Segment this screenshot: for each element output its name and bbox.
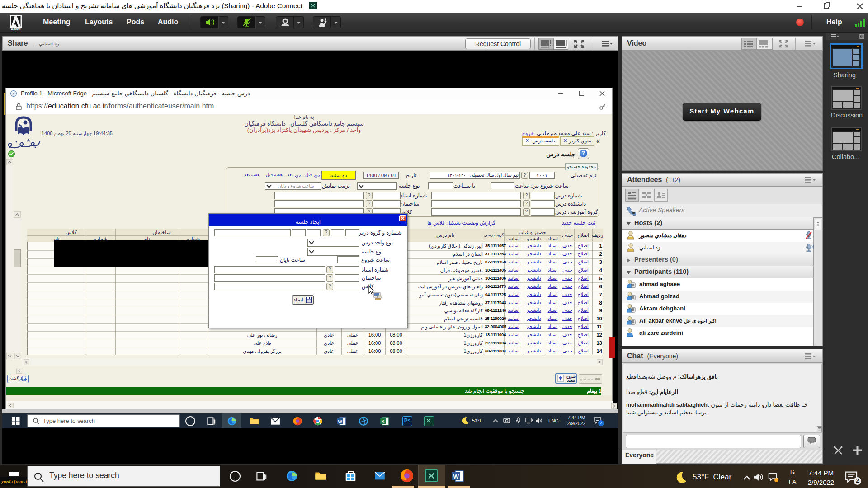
svg-text:W: W [338, 419, 342, 424]
svg-text:W: W [453, 473, 459, 480]
svg-text:e: e [12, 92, 14, 96]
svg-text:X: X [382, 419, 385, 424]
